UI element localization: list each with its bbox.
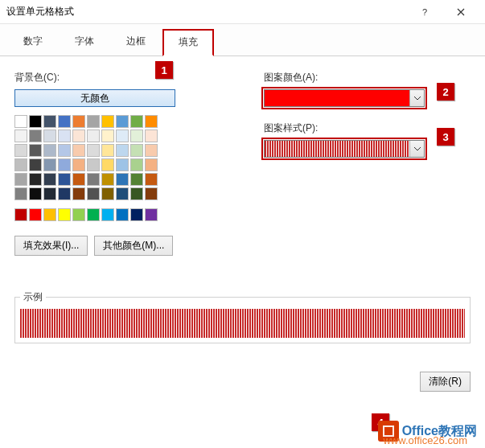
color-swatch[interactable]	[101, 129, 114, 142]
color-swatch[interactable]	[72, 115, 85, 128]
color-swatch[interactable]	[58, 129, 71, 142]
color-swatch[interactable]	[101, 158, 114, 171]
color-swatch[interactable]	[116, 208, 129, 221]
watermark: Office教程网 www.office26.com	[378, 421, 477, 442]
color-swatch[interactable]	[87, 115, 100, 128]
color-swatch[interactable]	[87, 208, 100, 221]
color-swatch[interactable]	[58, 187, 71, 200]
color-swatch[interactable]	[87, 187, 100, 200]
color-swatch[interactable]	[58, 115, 71, 128]
color-swatch[interactable]	[116, 158, 129, 171]
color-swatch[interactable]	[14, 173, 27, 186]
color-swatch[interactable]	[101, 115, 114, 128]
color-swatch[interactable]	[14, 158, 27, 171]
color-swatch[interactable]	[14, 208, 27, 221]
close-button[interactable]	[442, 0, 479, 24]
clear-button[interactable]: 清除(R)	[420, 372, 471, 392]
color-swatch[interactable]	[101, 187, 114, 200]
pattern-color-dropdown[interactable]	[264, 89, 425, 107]
color-swatch[interactable]	[101, 144, 114, 157]
watermark-url: www.office26.com	[383, 434, 467, 446]
color-swatch[interactable]	[130, 158, 143, 171]
color-swatch[interactable]	[116, 115, 129, 128]
color-swatch[interactable]	[43, 158, 56, 171]
help-button[interactable]: ?	[406, 0, 442, 24]
color-swatch[interactable]	[29, 144, 42, 157]
accent-palette	[14, 208, 208, 221]
color-swatch[interactable]	[145, 144, 158, 157]
color-swatch[interactable]	[101, 208, 114, 221]
color-swatch[interactable]	[116, 187, 129, 200]
color-swatch[interactable]	[43, 144, 56, 157]
color-swatch[interactable]	[58, 173, 71, 186]
pattern-style-dropdown[interactable]	[264, 140, 425, 158]
color-swatch[interactable]	[29, 187, 42, 200]
color-swatch[interactable]	[14, 115, 27, 128]
chevron-down-icon[interactable]	[409, 141, 424, 157]
color-swatch[interactable]	[130, 144, 143, 157]
pattern-color-swatch	[265, 90, 409, 106]
color-swatch[interactable]	[29, 115, 42, 128]
color-swatch[interactable]	[14, 144, 27, 157]
sample-preview	[20, 309, 465, 338]
callout-1: 1	[155, 61, 173, 79]
color-swatch[interactable]	[29, 129, 42, 142]
tab-border[interactable]: 边框	[111, 29, 161, 55]
color-swatch[interactable]	[72, 158, 85, 171]
color-swatch[interactable]	[72, 129, 85, 142]
color-swatch[interactable]	[116, 173, 129, 186]
fill-effect-button[interactable]: 填充效果(I)...	[14, 236, 88, 256]
color-swatch[interactable]	[72, 144, 85, 157]
color-swatch[interactable]	[145, 173, 158, 186]
tab-fill[interactable]: 填充	[162, 29, 214, 56]
color-swatch[interactable]	[72, 173, 85, 186]
color-swatch[interactable]	[87, 173, 100, 186]
color-swatch[interactable]	[145, 129, 158, 142]
color-swatch[interactable]	[14, 129, 27, 142]
color-swatch[interactable]	[43, 187, 56, 200]
color-palette	[14, 115, 208, 200]
color-swatch[interactable]	[58, 158, 71, 171]
color-swatch[interactable]	[130, 173, 143, 186]
sample-label: 示例	[20, 290, 46, 304]
color-swatch[interactable]	[29, 158, 42, 171]
callout-2: 2	[437, 83, 454, 101]
color-swatch[interactable]	[116, 129, 129, 142]
color-swatch[interactable]	[14, 187, 27, 200]
color-swatch[interactable]	[58, 208, 71, 221]
color-swatch[interactable]	[87, 144, 100, 157]
sample-fieldset: 示例	[14, 290, 471, 343]
svg-text:?: ?	[422, 8, 427, 16]
chevron-down-icon[interactable]	[409, 90, 424, 106]
color-swatch[interactable]	[130, 187, 143, 200]
color-swatch[interactable]	[130, 115, 143, 128]
color-swatch[interactable]	[145, 115, 158, 128]
tab-font[interactable]: 字体	[60, 29, 109, 55]
color-swatch[interactable]	[130, 208, 143, 221]
pattern-style-swatch	[265, 141, 409, 157]
color-swatch[interactable]	[145, 158, 158, 171]
color-swatch[interactable]	[29, 173, 42, 186]
color-swatch[interactable]	[87, 158, 100, 171]
tab-bar: 数字 字体 边框 填充	[0, 24, 485, 56]
color-swatch[interactable]	[101, 173, 114, 186]
color-swatch[interactable]	[145, 208, 158, 221]
color-swatch[interactable]	[43, 129, 56, 142]
callout-3: 3	[437, 128, 454, 146]
tab-number[interactable]: 数字	[8, 29, 58, 55]
color-swatch[interactable]	[116, 144, 129, 157]
color-swatch[interactable]	[87, 129, 100, 142]
color-swatch[interactable]	[72, 187, 85, 200]
color-swatch[interactable]	[43, 208, 56, 221]
color-swatch[interactable]	[58, 144, 71, 157]
color-swatch[interactable]	[130, 129, 143, 142]
no-color-button[interactable]: 无颜色	[14, 89, 175, 107]
window-title: 设置单元格格式	[6, 5, 406, 18]
color-swatch[interactable]	[145, 187, 158, 200]
color-swatch[interactable]	[72, 208, 85, 221]
color-swatch[interactable]	[43, 173, 56, 186]
bgcolor-label: 背景色(C):	[14, 71, 208, 84]
color-swatch[interactable]	[43, 115, 56, 128]
other-color-button[interactable]: 其他颜色(M)...	[94, 236, 173, 256]
color-swatch[interactable]	[29, 208, 42, 221]
